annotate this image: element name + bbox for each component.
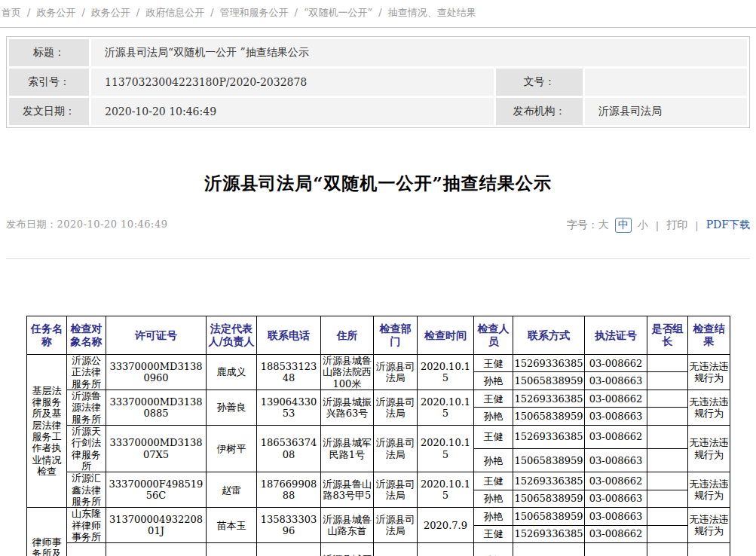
cell-org: 沂源天行剑法律服务所 (67, 425, 106, 472)
breadcrumb-home[interactable]: 首页 (2, 7, 21, 18)
toolbar-divider: | (695, 220, 698, 231)
publish-info-bar: 发布日期：2020-10-20 10:46:49 字号： 大 中 小 | 打印 … (6, 218, 750, 259)
table-row: 基层法律服务所及基层法律服务工作者执业情况检查 沂源公正法律服务所 333700… (27, 355, 730, 372)
cell-org: 沂源汇鑫法律服务所 (67, 472, 106, 508)
breadcrumb-item-6[interactable]: 抽查情况、查处结果 (388, 7, 476, 18)
cell-dept: 沂源县司法局 (374, 508, 418, 543)
cell-inspector-cert: 03-008662 (585, 525, 647, 543)
breadcrumb-item-3[interactable]: 政府信息公开 (145, 7, 204, 18)
publish-date-label: 发布日期： (6, 218, 57, 230)
header-dept: 检查部门 (374, 316, 418, 355)
cell-inspector-cert: 03-008662 (585, 472, 647, 490)
breadcrumb: 首页/政务公开/政务公开/政府信息公开/管理和服务公开/“双随机一公开”/抽查情… (0, 0, 756, 28)
pdf-download-link[interactable]: PDF下载 (706, 218, 750, 232)
cell-inspector-name: 王健 (474, 390, 513, 407)
article-toolbar: 字号： 大 中 小 | 打印 | PDF下载 (567, 218, 750, 233)
table-header-row: 任务名称 检查对象名称 许可证号 法定代表人/负责人 联系电话 住所 检查部门 … (27, 316, 730, 355)
cell-result: 无违法违规行为 (688, 355, 730, 390)
cell-inspector-name: 孙艳 (474, 543, 513, 556)
cell-dept: 沂源县司法局 (374, 425, 418, 472)
cell-inspector-name: 孙艳 (474, 449, 513, 472)
breadcrumb-item-4[interactable]: 管理和服务公开 (220, 7, 289, 18)
cell-inspector-cert: 03-008662 (585, 425, 647, 448)
cell-org: 山东隆祥律师事务所 (67, 508, 106, 543)
cell-dept: 沂源县司法局 (374, 390, 418, 425)
cell-inspector-contact: 15065838959 (513, 508, 585, 525)
cell-org: 沂源鲁源法律服务所 (67, 390, 106, 425)
cell-legal-rep: 宋志民 (207, 543, 257, 556)
cell-inspector-contact: 15269336385 (513, 355, 585, 372)
header-license: 许可证号 (106, 316, 207, 355)
cell-phone: 13583330396 (257, 508, 321, 543)
cell-leader (647, 425, 688, 448)
table-row: 山东民意律师事务所 31370000493219923R 宋志民 1357335… (27, 543, 730, 556)
cell-inspector-cert: 03-008663 (585, 449, 647, 472)
cell-date: 2020.10.15 (418, 390, 474, 425)
cell-phone: 18766990888 (257, 472, 321, 508)
cell-leader (647, 390, 688, 407)
header-address: 住所 (321, 316, 374, 355)
cell-leader (647, 355, 688, 372)
cell-phone: 18653637408 (257, 425, 321, 472)
breadcrumb-item-2[interactable]: 政务公开 (91, 7, 130, 18)
font-size-small-button[interactable]: 小 (638, 218, 648, 232)
cell-result: 无违法违规行为 (688, 508, 730, 543)
toolbar-divider: | (656, 220, 659, 231)
header-leader: 是否组长 (647, 316, 688, 355)
cell-license: 31370000493219923R (106, 543, 207, 556)
header-org-name: 检查对象名称 (67, 316, 106, 355)
cell-address: 沂源县城振兴路63号 (321, 390, 374, 425)
cell-license: 33370000MD31380960 (106, 355, 207, 390)
cell-license: 31370000493220801J (106, 508, 207, 543)
cell-inspector-cert: 03-008663 (585, 408, 647, 426)
meta-index-value: 11370323004223180P/2020-2032878 (91, 69, 494, 96)
cell-inspector-cert: 03-008662 (585, 355, 647, 372)
cell-address: 沂源县鲁山路83号甲5 (321, 472, 374, 508)
cell-inspector-contact: 15065838959 (513, 408, 585, 426)
breadcrumb-item-1[interactable]: 政务公开 (36, 7, 75, 18)
document-meta-table: 标题： 沂源县司法局“双随机一公开 ”抽查结果公示 索引号： 113703230… (6, 36, 750, 128)
cell-dept: 沂源县司法局 (374, 543, 418, 556)
cell-inspector-contact: 15269336385 (513, 390, 585, 407)
cell-inspector-cert: 03-008663 (585, 490, 647, 508)
publish-date: 发布日期：2020-10-20 10:46:49 (6, 218, 167, 231)
cell-inspector-contact: 15269336385 (513, 525, 585, 543)
cell-legal-rep: 苗本玉 (207, 508, 257, 543)
cell-inspector-name: 王健 (474, 425, 513, 448)
header-contact: 联系方式 (513, 316, 585, 355)
cell-inspector-name: 王健 (474, 525, 513, 543)
cell-org: 山东民意律师事务所 (67, 543, 106, 556)
breadcrumb-separator: / (81, 7, 84, 18)
cell-date: 2020.7.9 (418, 508, 474, 543)
print-button[interactable]: 打印 (666, 218, 687, 232)
table-row: 沂源汇鑫法律服务所 33370000F49851956C 赵雷 18766990… (27, 472, 730, 490)
publish-date-value: 2020-10-20 10:46:49 (57, 218, 168, 230)
cell-inspector-name: 王健 (474, 472, 513, 490)
cell-inspector-name: 孙艳 (474, 408, 513, 426)
breadcrumb-separator: / (210, 7, 213, 18)
cell-dept: 沂源县司法局 (374, 355, 418, 390)
cell-inspector-name: 孙艳 (474, 508, 513, 525)
cell-inspector-cert: 03-008663 (585, 372, 647, 390)
cell-date: 2020.10.15 (418, 472, 474, 508)
header-date: 检查时间 (418, 316, 474, 355)
table-row: 沂源鲁源法律服务所 33370000MD31380885 孙善良 1390643… (27, 390, 730, 407)
meta-docno-label: 文号： (496, 69, 583, 96)
cell-inspector-name: 王健 (474, 355, 513, 372)
font-size-large-button[interactable]: 大 (598, 218, 609, 232)
breadcrumb-separator: / (27, 7, 30, 18)
meta-issuedate-value: 2020-10-20 10:46:49 (91, 98, 494, 125)
cell-license: 33370000MD31380885 (106, 390, 207, 425)
cell-leader (647, 525, 688, 543)
cell-inspector-contact: 15065838959 (513, 543, 585, 556)
cell-leader (647, 508, 688, 525)
page-title: 沂源县司法局“双随机一公开”抽查结果公示 (0, 172, 756, 195)
table-row: 沂源天行剑法律服务所 33370000MD313807X5 伊树平 186536… (27, 425, 730, 448)
breadcrumb-item-5[interactable]: “双随机一公开” (304, 7, 372, 18)
header-legal-rep: 法定代表人/负责人 (207, 316, 257, 355)
cell-org: 沂源公正法律服务所 (67, 355, 106, 390)
font-size-medium-button[interactable]: 中 (615, 218, 632, 233)
cell-date: 2020.7.9 (418, 543, 474, 556)
cell-inspector-cert: 03-008662 (585, 390, 647, 407)
breadcrumb-separator: / (136, 7, 139, 18)
